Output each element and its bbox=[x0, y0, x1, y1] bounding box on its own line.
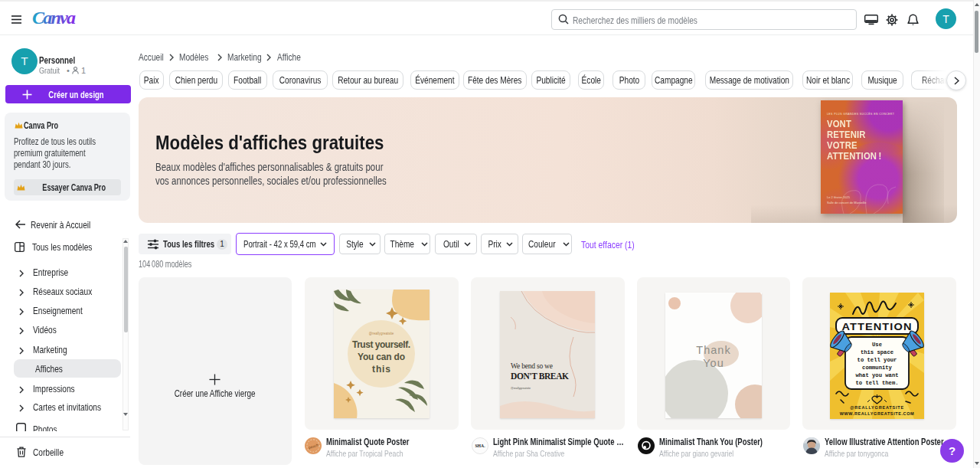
svg-text:to tell your: to tell your bbox=[858, 357, 897, 363]
svg-text:this space: this space bbox=[861, 349, 893, 355]
svg-text:Canva: Canva bbox=[32, 8, 76, 28]
svg-text:SHA.: SHA. bbox=[475, 443, 485, 448]
svg-text:Trust yourself.: Trust yourself. bbox=[352, 339, 410, 350]
svg-text:@reallygreatsite: @reallygreatsite bbox=[511, 387, 531, 390]
svg-text:@reallygreatsite: @reallygreatsite bbox=[369, 332, 394, 335]
svg-text:ATTENTION: ATTENTION bbox=[842, 321, 913, 332]
svg-text:WWW.REALLYGREATSITE.COM: WWW.REALLYGREATSITE.COM bbox=[840, 411, 915, 416]
svg-text:We bend so we: We bend so we bbox=[511, 362, 553, 370]
svg-text:what you want: what you want bbox=[855, 372, 898, 378]
svg-text:Thank: Thank bbox=[696, 344, 730, 356]
svg-text:this: this bbox=[372, 364, 390, 375]
svg-text:community: community bbox=[862, 365, 893, 371]
svg-text:to tell them.: to tell them. bbox=[855, 380, 898, 386]
svg-text:You: You bbox=[703, 357, 724, 369]
svg-text:@REALLYGREATSITE: @REALLYGREATSITE bbox=[850, 405, 904, 410]
svg-text:DON'T BREAK: DON'T BREAK bbox=[511, 371, 569, 381]
svg-text:You can do: You can do bbox=[358, 352, 405, 362]
svg-text:Use: Use bbox=[872, 342, 882, 348]
